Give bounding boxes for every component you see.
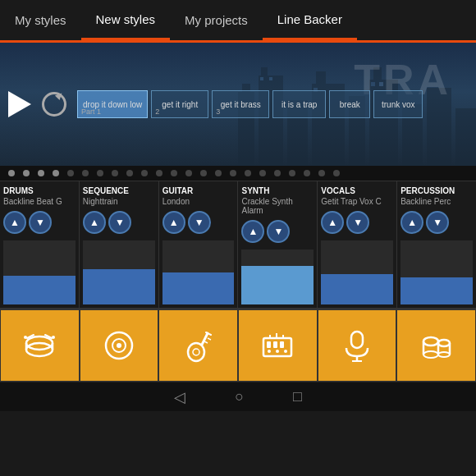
dot-17[interactable]	[245, 170, 251, 176]
android-navigation: ◁ ○ □	[0, 382, 476, 411]
channel-type-guitar: GUITAR	[162, 186, 235, 195]
instrument-btn-vocals[interactable]	[318, 309, 397, 382]
guitar-icon	[178, 325, 219, 366]
channel-type-sequence: SEQUENCE	[83, 186, 155, 195]
svg-point-52	[438, 340, 450, 346]
drums-down-button[interactable]: ▼	[29, 211, 52, 234]
channel-sequence: SEQUENCE Nighttrain ▲ ▼	[80, 181, 159, 308]
instrument-btn-drums[interactable]	[0, 309, 80, 382]
channel-type-drums: DRUMS	[3, 186, 76, 195]
loop-icon	[42, 92, 66, 117]
guitar-up-button[interactable]: ▲	[162, 211, 185, 234]
dot-22[interactable]	[318, 170, 325, 176]
dot-20[interactable]	[289, 170, 295, 176]
drums-up-button[interactable]: ▲	[3, 211, 26, 234]
channel-bar-guitar	[162, 240, 235, 304]
channel-bar-drums	[3, 240, 76, 304]
back-button[interactable]: ◁	[174, 388, 185, 406]
percussion-up-button[interactable]: ▲	[400, 211, 423, 234]
track-cell-3[interactable]: get it brass 3	[212, 90, 269, 118]
tab-new-styles[interactable]: New styles	[81, 0, 171, 40]
dot-18[interactable]	[259, 170, 266, 176]
sequence-up-button[interactable]: ▲	[83, 211, 106, 234]
dot-15[interactable]	[215, 170, 222, 176]
vocals-down-button[interactable]: ▼	[346, 211, 369, 234]
guitar-down-button[interactable]: ▼	[188, 211, 211, 234]
channel-fill-synth	[241, 266, 314, 304]
channel-name-vocals: Getit Trap Vox C	[321, 197, 393, 206]
svg-line-34	[204, 341, 208, 343]
svg-point-41	[284, 350, 287, 353]
svg-rect-38	[280, 341, 284, 348]
track-cell-2[interactable]: get it right 2	[151, 90, 208, 118]
dot-8[interactable]	[112, 170, 118, 176]
channel-controls-drums: ▲ ▼	[3, 211, 76, 234]
channel-name-sequence: Nighttrain	[83, 197, 155, 206]
svg-rect-37	[273, 341, 277, 348]
channel-controls-vocals: ▲ ▼	[321, 211, 393, 234]
svg-point-25	[52, 336, 55, 339]
instrument-buttons	[0, 308, 476, 382]
dot-2[interactable]	[23, 170, 30, 176]
channel-fill-drums	[3, 276, 76, 304]
channel-name-synth: Crackle Synth Alarm	[241, 197, 314, 215]
svg-rect-36	[267, 341, 271, 348]
play-button[interactable]	[5, 89, 34, 119]
instrument-btn-guitar[interactable]	[158, 309, 238, 382]
loop-button[interactable]	[39, 89, 69, 119]
dot-4[interactable]	[53, 170, 59, 176]
channel-name-percussion: Backline Perc	[400, 197, 473, 206]
dot-19[interactable]	[274, 170, 281, 176]
channel-controls-percussion: ▲ ▼	[400, 211, 473, 234]
vocals-up-button[interactable]: ▲	[321, 211, 344, 234]
track-list: drop it down low Part 1 get it right 2 g…	[74, 83, 476, 126]
progress-dots	[0, 166, 476, 181]
dot-7[interactable]	[97, 170, 103, 176]
track-cell-4[interactable]: it is a trap	[272, 90, 326, 118]
channel-drums: DRUMS Backline Beat G ▲ ▼	[0, 181, 80, 308]
channel-bar-vocals	[321, 240, 393, 304]
synth-down-button[interactable]: ▼	[267, 220, 290, 243]
recent-button[interactable]: □	[293, 388, 302, 405]
dot-9[interactable]	[126, 170, 133, 176]
track-cell-1[interactable]: drop it down low Part 1	[77, 90, 148, 118]
dot-10[interactable]	[141, 170, 148, 176]
channel-controls-synth: ▲ ▼	[241, 220, 314, 243]
dot-1[interactable]	[8, 170, 15, 176]
svg-point-48	[423, 337, 438, 346]
tab-my-projects[interactable]: My projects	[170, 0, 263, 40]
bongo-icon	[416, 325, 457, 366]
channel-type-synth: SYNTH	[241, 186, 314, 195]
dot-13[interactable]	[185, 170, 192, 176]
song-area: TRA drop it down low Part 1 get it right…	[0, 43, 476, 166]
channel-name-drums: Backline Beat G	[3, 197, 76, 206]
play-icon	[8, 91, 31, 117]
track-cell-5[interactable]: break	[329, 90, 370, 118]
synth-up-button[interactable]: ▲	[241, 220, 264, 243]
instrument-btn-percussion[interactable]	[396, 309, 476, 382]
tab-line-backer[interactable]: Line Backer	[263, 0, 357, 40]
dot-11[interactable]	[156, 170, 162, 176]
dot-23[interactable]	[333, 170, 340, 176]
channel-fill-sequence	[83, 269, 155, 304]
home-button[interactable]: ○	[235, 388, 244, 405]
dot-3[interactable]	[38, 170, 44, 176]
channel-bar-sequence	[83, 240, 155, 304]
dot-6[interactable]	[82, 170, 89, 176]
percussion-down-button[interactable]: ▼	[426, 211, 449, 234]
instrument-btn-synth[interactable]	[238, 309, 318, 382]
sequence-down-button[interactable]: ▼	[108, 211, 131, 234]
play-controls	[0, 83, 74, 126]
dot-5[interactable]	[67, 170, 74, 176]
dot-12[interactable]	[171, 170, 177, 176]
track-cell-6[interactable]: trunk vox	[373, 90, 423, 118]
channel-percussion: PERCUSSION Backline Perc ▲ ▼	[397, 181, 476, 308]
instrument-btn-sequence[interactable]	[80, 309, 159, 382]
svg-line-33	[208, 338, 211, 340]
dot-14[interactable]	[200, 170, 207, 176]
channel-type-vocals: VOCALS	[321, 186, 393, 195]
dot-21[interactable]	[304, 170, 310, 176]
dot-16[interactable]	[230, 170, 236, 176]
svg-rect-13	[260, 77, 263, 80]
tab-my-styles[interactable]: My styles	[0, 0, 81, 40]
